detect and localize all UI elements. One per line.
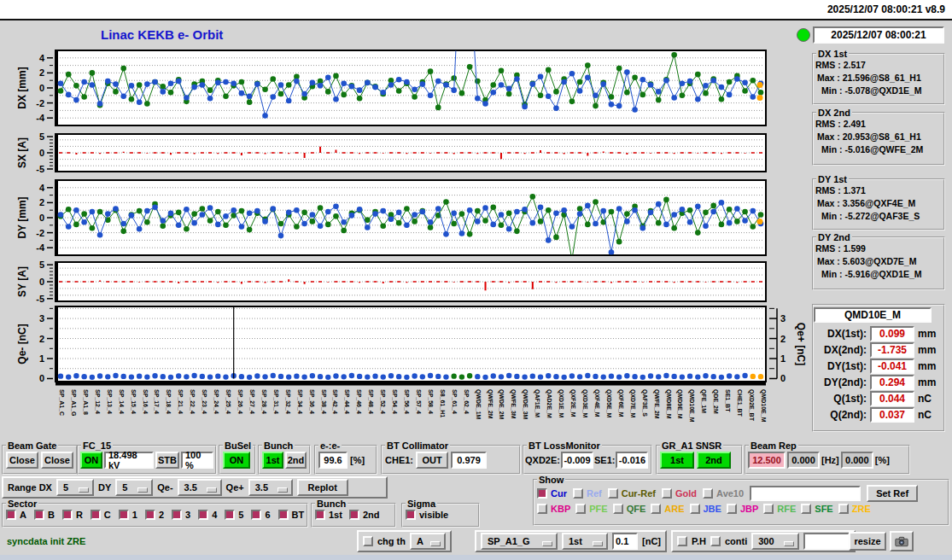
beam-gate-close-button-2[interactable]: Close	[41, 452, 73, 469]
show-jbe[interactable]: JBE	[690, 504, 721, 514]
replot-button[interactable]: Replot	[297, 479, 348, 496]
sp-device-select[interactable]: SP_A1_G	[481, 533, 558, 550]
sector-1[interactable]: 1	[119, 510, 137, 520]
sector-3[interactable]: 3	[172, 510, 190, 520]
sector-4-checkbox[interactable]	[198, 510, 208, 520]
sector-a-checkbox[interactable]	[6, 510, 16, 520]
sigma-visible-checkbox[interactable]	[406, 510, 416, 520]
sp-bunch-select[interactable]: 1st	[562, 533, 608, 550]
ph-checkbox[interactable]	[677, 536, 687, 546]
sector-6[interactable]: 6	[251, 510, 270, 520]
show-gold[interactable]: Gold	[662, 488, 697, 499]
show-sfe-checkbox[interactable]	[801, 504, 811, 514]
show-pfe[interactable]: PFE	[575, 504, 607, 514]
qmd-row-value: 0.037	[870, 407, 914, 423]
range-qe-plus-select[interactable]: 3.5	[248, 479, 293, 496]
sector-c-checkbox[interactable]	[91, 510, 101, 520]
sector-3-checkbox[interactable]	[172, 510, 182, 520]
fc15-kv-value[interactable]: 18.498 kV	[104, 452, 154, 469]
show-ref-checkbox[interactable]	[573, 488, 583, 499]
sector-1-checkbox[interactable]	[119, 510, 129, 520]
sector-2-checkbox[interactable]	[145, 510, 155, 520]
show-cur-ref-checkbox[interactable]	[608, 488, 618, 499]
sector-6-checkbox[interactable]	[251, 510, 261, 520]
qxd2e-value[interactable]: -0.009	[561, 452, 593, 469]
busel-on-button[interactable]: ON	[223, 452, 250, 469]
bunch-sel-2nd[interactable]: 2nd	[349, 510, 380, 520]
sector-5[interactable]: 5	[225, 510, 243, 520]
gr-a1-1st-button[interactable]: 1st	[660, 452, 694, 469]
bunch-sel-1st-checkbox[interactable]	[315, 510, 325, 520]
chart-dy: 420-2-4DY [mm]	[0, 179, 952, 256]
show-cur-ref[interactable]: Cur-Ref	[608, 488, 656, 499]
che1-out-button[interactable]: OUT	[416, 452, 448, 469]
sector-a[interactable]: A	[6, 510, 26, 520]
show-are[interactable]: ARE	[651, 504, 684, 514]
svg-text:S8_61_H1: S8_61_H1	[440, 389, 446, 417]
count-select[interactable]: 300	[751, 533, 799, 550]
show-rfe[interactable]: RFE	[763, 504, 796, 514]
show-jbp-checkbox[interactable]	[727, 504, 737, 514]
sector-bt-checkbox[interactable]	[278, 510, 289, 520]
chg-th-checkbox[interactable]	[363, 536, 373, 546]
threshold-input[interactable]	[612, 533, 638, 550]
show-kbp-checkbox[interactable]	[537, 504, 547, 514]
che1-value[interactable]: 0.979	[451, 452, 487, 469]
resize-button[interactable]: resize	[849, 532, 886, 551]
show-zre-checkbox[interactable]	[838, 504, 849, 514]
bunch-sel-2nd-checkbox[interactable]	[349, 510, 359, 520]
show-cur-checkbox[interactable]	[537, 488, 547, 499]
show-jbp[interactable]: JBP	[727, 504, 758, 514]
show-ref[interactable]: Ref	[573, 488, 602, 499]
sector-2[interactable]: 2	[145, 510, 164, 520]
fc15-percent-value[interactable]: 100 %	[181, 452, 213, 469]
sector-4[interactable]: 4	[198, 510, 217, 520]
fc15-on-button[interactable]: ON	[80, 452, 102, 469]
show-qfe-checkbox[interactable]	[613, 504, 623, 514]
svg-text:-4: -4	[36, 113, 45, 123]
bunch-2nd-button[interactable]: 2nd	[285, 452, 307, 469]
gr-a1-2nd-button[interactable]: 2nd	[697, 452, 731, 469]
screenshot-button[interactable]	[890, 531, 914, 551]
show-kbp[interactable]: KBP	[537, 504, 570, 514]
sigma-visible[interactable]: visible	[406, 510, 448, 520]
svg-text:0: 0	[39, 83, 44, 93]
sector-b[interactable]: B	[34, 510, 55, 520]
show-cur[interactable]: Cur	[537, 488, 567, 499]
show-ave10[interactable]: Ave10	[703, 488, 744, 499]
se1-value[interactable]: -0.016	[616, 452, 648, 469]
set-ref-button[interactable]: Set Ref	[867, 485, 918, 502]
chg-th-select[interactable]: A	[410, 533, 446, 550]
fc15-stb-button[interactable]: STB	[155, 452, 179, 469]
chg-th-label: chg th	[377, 536, 406, 546]
show-are-checkbox[interactable]	[651, 504, 661, 514]
bunch-sel-1st[interactable]: 1st	[315, 510, 342, 520]
bt-collimator-legend: BT Collimator	[385, 440, 450, 451]
show-pfe-checkbox[interactable]	[575, 504, 586, 514]
show-ave10-checkbox[interactable]	[703, 488, 713, 499]
show-rfe-checkbox[interactable]	[763, 504, 774, 514]
sector-r-checkbox[interactable]	[62, 510, 73, 520]
range-dy-select[interactable]: 5	[115, 479, 153, 496]
statusbar-input[interactable]	[803, 533, 850, 550]
sector-c[interactable]: C	[91, 510, 111, 520]
ref-file-input[interactable]	[750, 486, 861, 501]
range-dx-select[interactable]: 5	[56, 479, 94, 496]
sector-b-label: B	[48, 510, 55, 520]
sector-bt[interactable]: BT	[278, 510, 305, 520]
range-qe-minus-select[interactable]: 3.5	[178, 479, 222, 496]
sector-5-checkbox[interactable]	[225, 510, 235, 520]
bunch2-items: 1st2nd	[312, 509, 394, 521]
beam-gate-close-button-1[interactable]: Close	[6, 452, 38, 469]
show-sfe[interactable]: SFE	[801, 504, 832, 514]
e-ratio-value[interactable]: 99.6	[318, 452, 348, 469]
show-zre[interactable]: ZRE	[838, 504, 871, 514]
sector-r[interactable]: R	[62, 510, 83, 520]
show-gold-checkbox[interactable]	[662, 488, 672, 499]
bunch-1st-button[interactable]: 1st	[262, 452, 283, 469]
show-jbe-checkbox[interactable]	[690, 504, 700, 514]
sector-b-checkbox[interactable]	[34, 510, 44, 520]
show-qfe[interactable]: QFE	[613, 504, 646, 514]
fc15-group: FC_15 ON 18.498 kV STB 100 %	[77, 440, 217, 475]
conti-checkbox[interactable]	[710, 536, 721, 546]
